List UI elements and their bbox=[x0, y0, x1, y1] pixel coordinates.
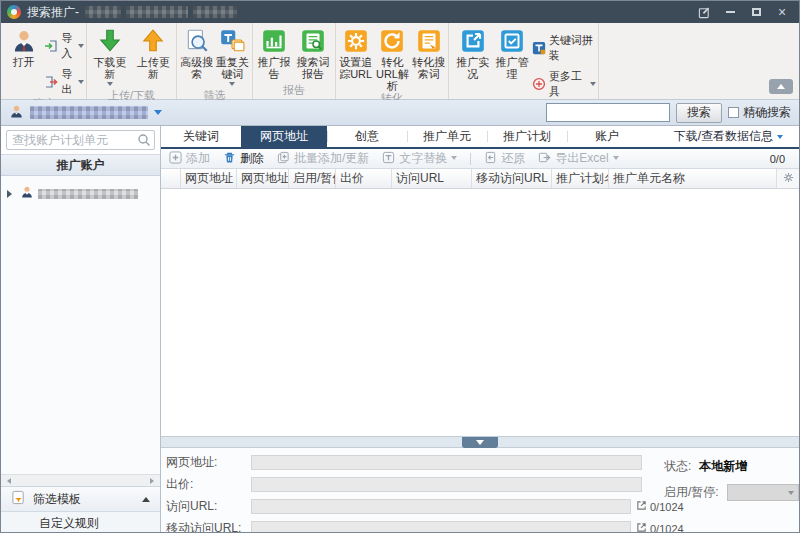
mobile-url-input[interactable] bbox=[251, 521, 631, 533]
gear-icon bbox=[783, 172, 794, 186]
visit-url-input[interactable] bbox=[251, 499, 631, 514]
search-term-report-button[interactable]: 搜索词报告 bbox=[293, 27, 333, 80]
horizontal-scrollbar[interactable] bbox=[1, 474, 160, 486]
promo-report-button[interactable]: 推广报告 bbox=[255, 27, 293, 80]
promo-live-button[interactable]: 推广实况 bbox=[453, 27, 492, 80]
expand-icon[interactable] bbox=[636, 500, 647, 513]
collapse-panel-button[interactable] bbox=[462, 437, 498, 448]
person-icon bbox=[9, 104, 24, 122]
url-input[interactable] bbox=[251, 455, 642, 470]
bid-input[interactable] bbox=[251, 477, 642, 492]
export-excel-icon bbox=[538, 151, 551, 167]
search-input[interactable] bbox=[546, 103, 670, 122]
text-replace-icon bbox=[382, 151, 395, 167]
tab-creatives[interactable]: 创意 bbox=[327, 126, 407, 147]
conversion-search-term-button[interactable]: 转化搜索词 bbox=[412, 27, 446, 80]
advanced-search-button[interactable]: 高级搜索 bbox=[179, 27, 215, 80]
tab-promo-plans[interactable]: 推广计划 bbox=[487, 126, 567, 147]
keyword-assemble-button[interactable]: 关键词拼装 bbox=[532, 33, 596, 63]
sidebar-search-input[interactable] bbox=[6, 130, 155, 150]
maximize-button[interactable] bbox=[745, 4, 767, 20]
search-button[interactable]: 搜索 bbox=[676, 103, 722, 123]
tab-account[interactable]: 账户 bbox=[567, 126, 647, 147]
batch-add-update-button[interactable]: 批量添加/更新 bbox=[277, 150, 369, 167]
column-settings-button[interactable] bbox=[777, 169, 799, 188]
enable-pause-label: 启用/暂停: bbox=[664, 484, 719, 501]
download-update-button[interactable]: 下载更新 bbox=[89, 27, 131, 89]
sidebar-item-custom-rules[interactable]: 自定义规则 bbox=[1, 511, 160, 533]
tree-item-account[interactable] bbox=[1, 183, 160, 204]
column-header[interactable]: 移动访问URL bbox=[472, 169, 552, 188]
open-button[interactable]: 打开 bbox=[3, 27, 44, 68]
upload-arrow-icon bbox=[140, 28, 166, 54]
panel-splitter[interactable] bbox=[161, 436, 799, 448]
set-tracking-url-button[interactable]: 设置追踪URL bbox=[338, 27, 373, 80]
enable-pause-select[interactable] bbox=[727, 484, 799, 501]
tab-promo-units[interactable]: 推广单元 bbox=[407, 126, 487, 147]
content: 关键词 网页地址 创意 推广单元 推广计划 账户 下载/查看数据信息 添加 bbox=[161, 126, 799, 533]
redacted-account-name bbox=[30, 106, 148, 119]
column-header[interactable]: 出价 bbox=[336, 169, 392, 188]
bid-label: 出价: bbox=[166, 476, 251, 493]
restore-button[interactable]: 还原 bbox=[484, 150, 525, 167]
redacted-tree-account-name bbox=[38, 189, 138, 199]
status-label: 状态: bbox=[664, 458, 691, 475]
export-excel-button[interactable]: 导出Excel bbox=[538, 150, 618, 167]
ribbon-group-tools: 推广实况 推广管理 关键词拼装 bbox=[449, 23, 599, 99]
table-header: 网页地址 网页地址状态 启用/暂停 出价 访问URL 移动访问URL 推广计划名… bbox=[161, 169, 799, 189]
select-all-checkbox-cell[interactable] bbox=[161, 169, 181, 188]
trash-icon bbox=[223, 151, 236, 167]
redacted-account-title bbox=[85, 6, 237, 18]
conversion-url-parse-button[interactable]: 转化URL解析 bbox=[373, 27, 411, 92]
collapse-up-icon[interactable] bbox=[142, 493, 150, 502]
export-button[interactable]: 导出 bbox=[44, 67, 84, 97]
detail-form: 网页地址: 出价: 访问URL: 0/1024 移动访问URL: bbox=[161, 448, 799, 533]
tab-keywords[interactable]: 关键词 bbox=[161, 126, 241, 147]
exact-search-checkbox[interactable] bbox=[728, 107, 739, 118]
account-bar: 搜索 精确搜索 bbox=[1, 100, 799, 126]
ribbon-collapse-button[interactable] bbox=[769, 79, 793, 94]
expand-icon[interactable] bbox=[636, 522, 647, 533]
search-icon bbox=[137, 133, 151, 147]
more-tools-button[interactable]: 更多工具 bbox=[532, 69, 596, 99]
upload-update-button[interactable]: 上传更新 bbox=[133, 27, 175, 80]
row-counter: 0/0 bbox=[770, 153, 785, 165]
column-header[interactable]: 访问URL bbox=[392, 169, 472, 188]
column-header[interactable]: 推广计划名称 bbox=[552, 169, 609, 188]
download-arrow-icon bbox=[97, 28, 123, 54]
chevron-down-icon bbox=[788, 491, 794, 498]
minimize-button[interactable] bbox=[719, 4, 741, 20]
column-header[interactable]: 启用/暂停 bbox=[289, 169, 336, 188]
column-header[interactable]: 网页地址 bbox=[181, 169, 237, 188]
add-button[interactable]: 添加 bbox=[169, 150, 210, 167]
column-header[interactable]: 推广单元名称 bbox=[609, 169, 777, 188]
edit-icon[interactable] bbox=[693, 4, 715, 20]
table-body-empty bbox=[161, 189, 799, 436]
sidebar-item-filter-template[interactable]: 筛选模板 bbox=[1, 486, 160, 511]
plus-circle-icon bbox=[532, 77, 546, 91]
import-button[interactable]: 导入 bbox=[44, 31, 84, 61]
titlebar: 搜索推广- × bbox=[1, 1, 799, 23]
app-window: 搜索推广- × 打开 bbox=[0, 0, 800, 533]
tab-web-address[interactable]: 网页地址 bbox=[241, 126, 327, 147]
sidebar: 推广账户 筛选模板 bbox=[1, 126, 161, 533]
url-label: 网页地址: bbox=[166, 454, 251, 471]
ribbon-group-account: 打开 导入 导出 bbox=[1, 23, 87, 99]
close-button[interactable]: × bbox=[771, 4, 793, 20]
duplicate-keywords-button[interactable]: 重复关键词 bbox=[215, 27, 251, 89]
account-dropdown-icon[interactable] bbox=[154, 110, 162, 119]
status-badge: 本地新增 bbox=[699, 458, 747, 475]
promo-manage-button[interactable]: 推广管理 bbox=[492, 27, 531, 80]
text-replace-button[interactable]: 文字替换 bbox=[382, 150, 457, 167]
expand-icon[interactable] bbox=[7, 190, 16, 198]
live-arrow-icon bbox=[460, 28, 486, 54]
manage-icon bbox=[499, 28, 525, 54]
doc-orange-icon bbox=[416, 28, 442, 54]
column-header[interactable]: 网页地址状态 bbox=[237, 169, 289, 188]
scroll-right-icon[interactable] bbox=[150, 478, 157, 484]
download-view-data-link[interactable]: 下载/查看数据信息 bbox=[674, 126, 783, 147]
gear-orange-icon bbox=[343, 28, 369, 54]
delete-button[interactable]: 删除 bbox=[223, 150, 264, 167]
ribbon-group-report: 推广报告 搜索词报告 报告 bbox=[253, 23, 336, 99]
scroll-left-icon[interactable] bbox=[4, 478, 11, 484]
